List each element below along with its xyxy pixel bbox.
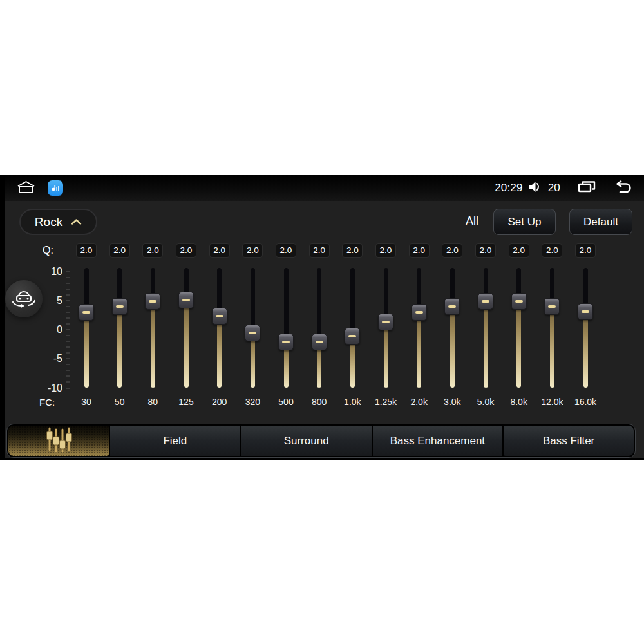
slider-handle[interactable] [178,292,194,308]
default-button[interactable]: Default [569,209,632,235]
all-button[interactable]: All [457,214,487,228]
setup-button[interactable]: Set Up [493,209,556,235]
q-value: 2.0 [575,243,596,258]
gain-axis-tick [66,346,70,348]
car-listening-position-button[interactable] [5,280,43,317]
gain-axis-tick [66,364,70,365]
car-stereo-equalizer-screen: 20:29 20 [0,175,644,460]
slider-handle[interactable] [112,298,128,315]
gain-axis-tick [66,370,70,371]
gain-axis-tick [66,381,70,383]
tab-surround[interactable]: Surround [242,426,372,456]
tab-bass-enhancement[interactable]: Bass Enhancement [373,426,503,456]
home-icon[interactable] [15,180,37,197]
bottom-tab-bar: Field Surround Bass Enhancement Bass Fil… [6,424,636,458]
music-eq-app-icon[interactable] [48,180,63,196]
volume-level: 20 [548,182,560,194]
slider-handle[interactable] [145,293,160,310]
q-value: 2.0 [142,243,163,258]
tab-field[interactable]: Field [110,426,240,456]
q-value: 2.0 [509,243,529,258]
status-bar: 20:29 20 [0,175,644,201]
gain-axis-tick [66,375,70,377]
back-icon[interactable] [612,180,632,196]
status-bar-left [0,180,63,197]
slider-fill [117,307,122,388]
gain-axis-tick [66,352,70,354]
slider-handle[interactable] [511,293,527,310]
gain-axis-tick [66,312,70,313]
preset-selector[interactable]: Rock [19,209,97,235]
slider-fill [184,300,189,388]
slider-handle[interactable] [312,334,327,350]
q-value: 2.0 [76,243,97,258]
tab-bass-filter[interactable]: Bass Filter [504,426,634,456]
slider-fill [550,307,554,388]
slider-handle[interactable] [378,314,393,330]
slider-fill [217,316,222,388]
q-value: 2.0 [475,243,496,258]
tab-equalizer-selected[interactable] [8,426,109,456]
q-value: 2.0 [309,243,330,258]
slider-handle[interactable] [478,293,493,310]
slider-fill [484,301,488,388]
slider-fill [384,322,388,388]
slider-handle[interactable] [578,303,593,320]
q-value: 2.0 [409,243,430,258]
q-value: 2.0 [242,243,263,258]
gain-axis-tick [66,271,70,272]
recent-apps-icon[interactable] [577,180,596,196]
slider-fill [516,301,521,388]
fc-value: 16.0k [566,397,605,407]
slider-fill [450,307,455,388]
gain-axis-tick [66,289,70,290]
gain-axis-tick [66,329,70,330]
gain-axis-tick [66,283,70,284]
q-value: 2.0 [209,243,230,258]
slider-handle[interactable] [412,304,427,321]
fc-row-label: FC: [39,397,55,408]
slider-handle[interactable] [245,325,260,341]
equalizer-sliders-icon [41,426,76,456]
gain-axis-tick [66,388,70,389]
q-value: 2.0 [276,243,296,258]
gain-axis-tick [66,323,70,325]
q-value: 2.0 [375,243,396,258]
slider-handle[interactable] [345,328,360,345]
gain-axis-tick [66,277,70,278]
gain-axis-tick [66,300,70,301]
gain-axis-tick [66,335,70,336]
gain-axis-tick [66,294,70,296]
status-bar-right: 20:29 20 [495,180,644,196]
preset-selected-label: Rock [35,215,62,229]
slider-handle[interactable] [278,334,294,350]
gain-axis-label: 0 [26,323,62,336]
slider-fill [417,312,421,388]
clock: 20:29 [495,182,523,194]
q-value: 2.0 [342,243,363,258]
slider-handle[interactable] [544,298,560,315]
screen-bottom-edge [0,458,644,460]
slider-fill [583,312,588,388]
gain-axis-label: 10 [26,265,62,278]
slider-fill [151,301,155,388]
gain-axis-tick [66,306,70,307]
gain-axis-label: -5 [26,352,62,365]
slider-handle[interactable] [79,304,94,321]
volume-icon [529,181,542,195]
slider-handle[interactable] [212,308,227,325]
q-value: 2.0 [542,243,562,258]
screen-left-edge [0,175,5,460]
q-value: 2.0 [176,243,196,258]
gain-axis-tick [66,341,70,342]
slider-fill [84,312,89,388]
gain-axis-tick [66,317,70,319]
gain-axis-tick [66,358,70,359]
gain-axis-label: -10 [26,382,62,395]
q-row-label: Q: [43,245,53,256]
page-background: 20:29 20 [0,0,644,644]
q-value: 2.0 [109,243,130,258]
q-value: 2.0 [442,243,462,258]
chevron-up-icon [71,216,82,228]
slider-handle[interactable] [444,298,460,315]
